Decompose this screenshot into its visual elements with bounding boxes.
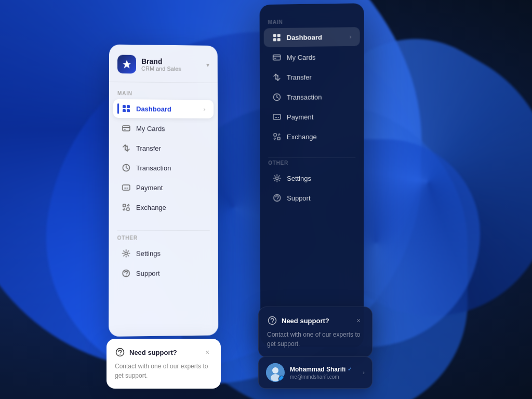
svg-rect-2 xyxy=(123,109,126,112)
user-chevron-icon: › xyxy=(363,369,365,376)
support-card-light: Need support? × Contact with one of our … xyxy=(107,339,221,389)
brand-logo xyxy=(117,55,136,74)
svg-point-34 xyxy=(116,349,124,356)
sidebar-item-exchange-dark[interactable]: Exchange xyxy=(264,127,360,146)
support-close-button-dark[interactable]: × xyxy=(353,315,364,326)
sidebar-item-transfer[interactable]: Transfer xyxy=(113,139,214,158)
support-label: Support xyxy=(136,269,206,277)
svg-rect-10 xyxy=(123,185,130,190)
settings-icon-dark xyxy=(272,174,282,183)
my-cards-icon-dark xyxy=(272,52,282,62)
exchange-label: Exchange xyxy=(136,203,206,211)
support-card-desc-light: Contact with one of our experts to get s… xyxy=(115,362,212,380)
exchange-icon-dark xyxy=(272,132,282,141)
user-profile[interactable]: Mohammad Sharifi ✓ me@mmdsharifi.com › xyxy=(258,356,373,389)
main-section-label: MAIN xyxy=(109,90,218,97)
svg-rect-0 xyxy=(123,105,126,108)
svg-rect-19 xyxy=(273,38,276,41)
sidebar-item-support-dark[interactable]: Support xyxy=(264,189,360,207)
support-card-icon-light xyxy=(115,347,125,357)
sidebar-light: Brand CRM and Sales ▾ MAIN Dashboard › xyxy=(109,44,218,337)
sidebar-item-payment-dark[interactable]: Payment xyxy=(264,107,360,126)
svg-point-31 xyxy=(276,177,278,179)
dashboard-chevron-dark: › xyxy=(350,33,352,39)
brand-chevron-icon: ▾ xyxy=(206,61,209,69)
svg-point-28 xyxy=(278,117,279,118)
svg-point-16 xyxy=(126,275,127,276)
support-close-button-light[interactable]: × xyxy=(202,347,212,357)
svg-rect-30 xyxy=(277,137,280,140)
sidebar-item-transfer-dark[interactable]: Transfer xyxy=(264,67,360,87)
sidebar-item-transaction[interactable]: Transaction xyxy=(113,158,214,177)
svg-rect-3 xyxy=(127,109,130,112)
settings-label-dark: Settings xyxy=(287,174,351,182)
support-card-header-dark: Need support? × xyxy=(267,315,364,326)
transaction-label-dark: Transaction xyxy=(287,92,352,101)
sidebar-dark: MAIN Dashboard › My Cards xyxy=(260,3,364,348)
transaction-label: Transaction xyxy=(136,164,206,171)
sidebar-item-support[interactable]: Support xyxy=(113,263,214,283)
settings-label: Settings xyxy=(136,249,206,257)
dashboard-icon xyxy=(122,104,131,113)
svg-rect-20 xyxy=(277,38,281,41)
dashboard-label: Dashboard xyxy=(136,105,198,113)
exchange-icon xyxy=(122,203,131,212)
svg-rect-23 xyxy=(274,58,276,59)
sidebar-item-my-cards[interactable]: My Cards xyxy=(113,119,214,138)
main-section-label-dark: MAIN xyxy=(260,18,364,25)
payment-icon-dark xyxy=(272,112,282,122)
svg-point-37 xyxy=(272,322,273,323)
transfer-icon-dark xyxy=(272,73,282,82)
brand-subtitle: CRM and Sales xyxy=(141,65,201,72)
svg-rect-4 xyxy=(123,126,130,131)
support-card-title-light: Need support? xyxy=(129,349,177,356)
svg-rect-1 xyxy=(127,105,130,108)
sidebar-item-settings-dark[interactable]: Settings xyxy=(264,169,360,188)
transaction-icon xyxy=(122,163,131,172)
svg-point-11 xyxy=(127,188,128,189)
svg-rect-27 xyxy=(273,114,281,119)
dashboard-chevron-icon: › xyxy=(204,106,206,112)
exchange-label-dark: Exchange xyxy=(287,132,351,140)
transfer-label: Transfer xyxy=(136,144,206,152)
sidebar-item-settings[interactable]: Settings xyxy=(113,244,214,263)
svg-rect-6 xyxy=(124,129,126,130)
svg-rect-18 xyxy=(277,34,281,37)
support-label-dark: Support xyxy=(287,194,351,202)
svg-rect-12 xyxy=(123,204,126,207)
other-section-label-dark: OTHER xyxy=(260,160,364,166)
brand-header[interactable]: Brand CRM and Sales ▾ xyxy=(109,55,218,83)
brand-name: Brand xyxy=(141,57,201,66)
svg-point-40 xyxy=(271,374,280,381)
svg-point-39 xyxy=(272,367,278,374)
support-card-header-light: Need support? × xyxy=(115,347,212,357)
svg-point-14 xyxy=(125,252,127,255)
support-title-wrap-dark: Need support? xyxy=(267,315,329,326)
sidebar-item-transaction-dark[interactable]: Transaction xyxy=(264,87,360,107)
transfer-label-dark: Transfer xyxy=(287,73,352,81)
support-card-dark: Need support? × Contact with one of our … xyxy=(258,307,373,357)
svg-point-33 xyxy=(277,200,277,200)
sidebar-item-dashboard-dark[interactable]: Dashboard › xyxy=(264,27,360,47)
sidebar-item-payment[interactable]: Payment xyxy=(113,178,214,197)
svg-rect-29 xyxy=(274,134,276,136)
settings-icon xyxy=(122,249,131,258)
support-card-title-dark: Need support? xyxy=(282,317,329,325)
svg-rect-13 xyxy=(127,208,129,210)
other-section-label: OTHER xyxy=(109,235,218,241)
my-cards-label-dark: My Cards xyxy=(287,53,352,61)
avatar xyxy=(266,363,285,382)
user-email: me@mmdsharifi.com xyxy=(290,374,357,380)
user-info: Mohammad Sharifi ✓ me@mmdsharifi.com xyxy=(290,366,357,380)
payment-label: Payment xyxy=(136,183,206,191)
verified-badge-icon: ✓ xyxy=(348,366,352,372)
dashboard-label-dark: Dashboard xyxy=(287,33,344,41)
support-title-wrap-light: Need support? xyxy=(115,347,177,357)
svg-point-36 xyxy=(269,317,276,325)
sidebar-item-dashboard[interactable]: Dashboard › xyxy=(113,99,214,118)
transfer-icon xyxy=(122,143,131,153)
svg-rect-17 xyxy=(273,34,276,37)
sidebar-item-my-cards-dark[interactable]: My Cards xyxy=(264,47,360,67)
sidebar-item-exchange[interactable]: Exchange xyxy=(113,198,214,217)
svg-rect-21 xyxy=(273,55,281,60)
